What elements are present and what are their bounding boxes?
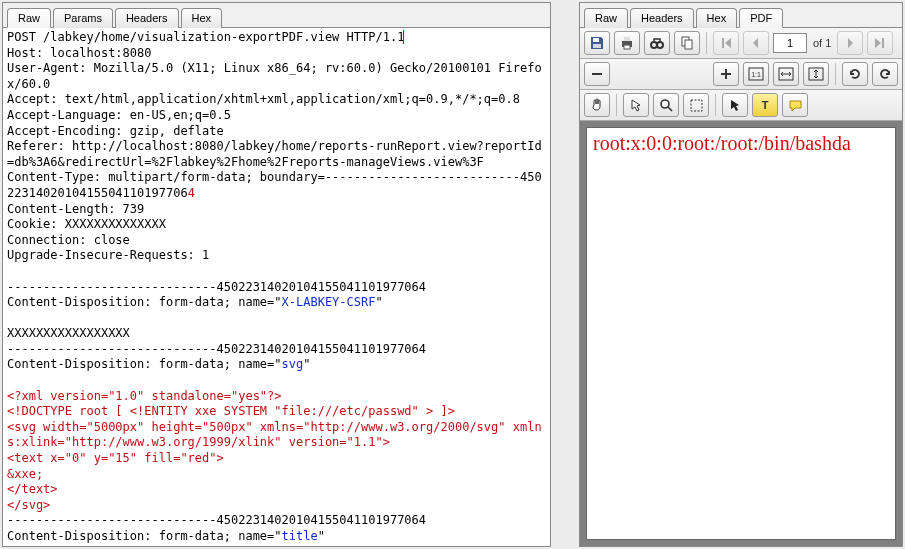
svg-rect-9 xyxy=(592,73,602,75)
svg-text:T: T xyxy=(762,99,769,111)
rotate-ccw-icon[interactable] xyxy=(842,62,868,86)
svg-rect-4 xyxy=(624,45,630,49)
svg-line-17 xyxy=(668,107,672,111)
pdf-toolbar-2: 1:1 xyxy=(580,59,902,90)
tab-headers[interactable]: Headers xyxy=(115,8,179,28)
svg-rect-11 xyxy=(725,69,727,79)
svg-rect-0 xyxy=(593,38,599,42)
request-raw-editor[interactable]: POST /labkey/home/visualization-exportPD… xyxy=(3,28,550,546)
hand-icon[interactable] xyxy=(584,93,610,117)
pdf-page: root:x:0:0:root:/root:/bin/bashda xyxy=(586,127,896,540)
zoom-in-icon[interactable] xyxy=(713,62,739,86)
save-icon[interactable] xyxy=(584,31,610,55)
print-icon[interactable] xyxy=(614,31,640,55)
response-panel: Raw Headers Hex PDF xyxy=(579,2,903,547)
tab-params[interactable]: Params xyxy=(53,8,113,28)
text-tool-icon[interactable]: T xyxy=(752,93,778,117)
pdf-text-content: root:x:0:0:root:/root:/bin/bashda xyxy=(593,132,851,154)
svg-rect-1 xyxy=(593,44,601,48)
select-icon[interactable] xyxy=(722,93,748,117)
fit-page-icon[interactable] xyxy=(803,62,829,86)
first-page-icon[interactable] xyxy=(713,31,739,55)
marquee-icon[interactable] xyxy=(683,93,709,117)
last-page-icon[interactable] xyxy=(867,31,893,55)
pdf-viewport[interactable]: root:x:0:0:root:/root:/bin/bashda xyxy=(580,121,902,546)
binoculars-icon[interactable] xyxy=(644,31,670,55)
svg-text:1:1: 1:1 xyxy=(751,71,761,78)
tab-resp-raw[interactable]: Raw xyxy=(584,8,628,28)
request-tabs: Raw Params Headers Hex xyxy=(3,3,550,28)
svg-point-16 xyxy=(661,100,669,108)
zoom-actual-icon[interactable]: 1:1 xyxy=(743,62,769,86)
pdf-toolbar-1: of 1 xyxy=(580,28,902,59)
tab-resp-headers[interactable]: Headers xyxy=(630,8,694,28)
magnify-icon[interactable] xyxy=(653,93,679,117)
copy-icon[interactable] xyxy=(674,31,700,55)
page-number-input[interactable] xyxy=(773,33,807,53)
svg-rect-8 xyxy=(685,40,692,49)
page-of-label: of 1 xyxy=(811,37,833,49)
tab-resp-hex[interactable]: Hex xyxy=(696,8,738,28)
tab-resp-pdf[interactable]: PDF xyxy=(739,8,783,28)
next-page-icon[interactable] xyxy=(837,31,863,55)
svg-point-6 xyxy=(657,42,663,48)
zoom-out-icon[interactable] xyxy=(584,62,610,86)
response-tabs: Raw Headers Hex PDF xyxy=(580,3,902,28)
comment-icon[interactable] xyxy=(782,93,808,117)
svg-rect-3 xyxy=(624,37,630,41)
pointer-icon[interactable] xyxy=(623,93,649,117)
request-panel: Raw Params Headers Hex POST /labkey/home… xyxy=(2,2,551,547)
pdf-toolbar-3: T xyxy=(580,90,902,121)
fit-width-icon[interactable] xyxy=(773,62,799,86)
prev-page-icon[interactable] xyxy=(743,31,769,55)
rotate-cw-icon[interactable] xyxy=(872,62,898,86)
svg-rect-18 xyxy=(691,100,702,111)
tab-raw[interactable]: Raw xyxy=(7,8,51,28)
tab-hex[interactable]: Hex xyxy=(181,8,223,28)
